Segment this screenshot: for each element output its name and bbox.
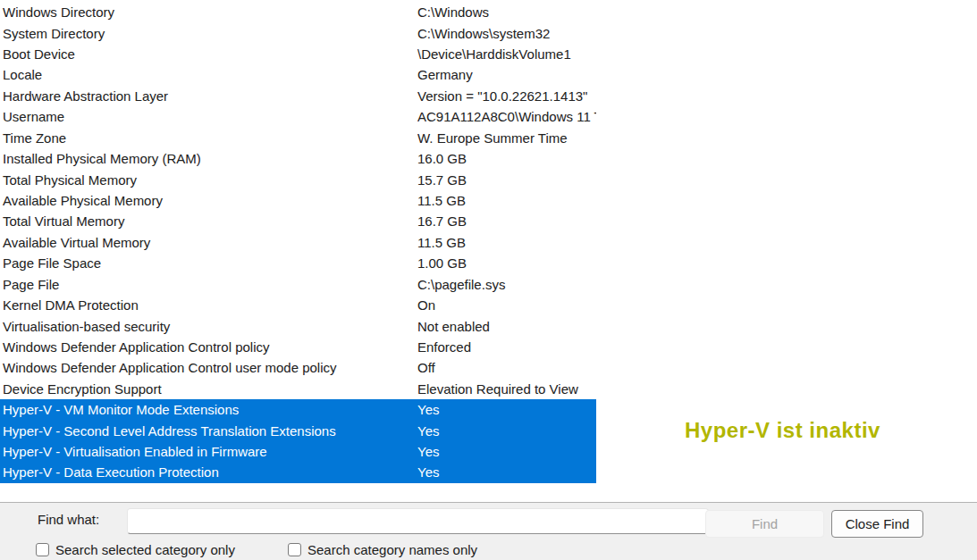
search-selected-category-option[interactable]: Search selected category only: [36, 542, 235, 557]
row-item-value: Elevation Required to View: [417, 381, 596, 397]
table-row[interactable]: Windows Directory C:\Windows: [0, 2, 596, 22]
row-item-value: C:\pagefile.sys: [417, 277, 596, 292]
row-item-label: Windows Defender Application Control use…: [0, 360, 417, 375]
row-item-value: Enforced: [417, 339, 596, 355]
close-find-button[interactable]: Close Find: [831, 510, 923, 538]
table-row[interactable]: Windows Defender Application Control pol…: [0, 337, 596, 357]
search-selected-category-label: Search selected category only: [55, 542, 235, 557]
row-item-label: Installed Physical Memory (RAM): [0, 151, 417, 166]
row-item-value: Yes: [417, 402, 596, 417]
search-category-names-label: Search category names only: [307, 542, 477, 557]
row-item-value: On: [417, 297, 596, 313]
row-item-value: 15.7 GB: [417, 172, 596, 188]
row-item-value: Version = "10.0.22621.1413": [417, 88, 596, 104]
table-row[interactable]: Available Virtual Memory 11.5 GB: [0, 232, 596, 253]
table-row[interactable]: Time Zone W. Europe Summer Time: [0, 128, 596, 148]
table-row[interactable]: Hyper-V - Second Level Address Translati…: [0, 420, 596, 440]
row-item-label: Locale: [0, 67, 417, 82]
row-item-label: Boot Device: [0, 46, 417, 62]
row-item-label: Hardware Abstraction Layer: [0, 88, 417, 104]
table-row[interactable]: Boot Device \Device\HarddiskVolume1: [0, 44, 596, 64]
row-item-label: Hyper-V - Data Execution Protection: [0, 464, 417, 480]
row-item-label: Hyper-V - Virtualisation Enabled in Firm…: [0, 444, 417, 459]
row-item-value: Germany: [417, 67, 596, 82]
row-item-value: Yes: [417, 423, 596, 439]
table-row[interactable]: Kernel DMA Protection On: [0, 295, 596, 315]
find-bar: Find what: Find Close Find Search select…: [0, 502, 977, 560]
table-row[interactable]: Virtualisation-based security Not enable…: [0, 315, 596, 336]
table-row[interactable]: Hyper-V - VM Monitor Mode Extensions Yes: [0, 399, 596, 420]
table-row[interactable]: Total Virtual Memory 16.7 GB: [0, 211, 596, 231]
row-item-label: Total Virtual Memory: [0, 213, 417, 229]
row-item-label: Page File Space: [0, 255, 417, 271]
row-item-value: Off: [417, 360, 596, 375]
row-item-value: Not enabled: [417, 319, 596, 334]
row-item-label: Hyper-V - Second Level Address Translati…: [0, 423, 417, 439]
search-selected-category-checkbox[interactable]: [36, 543, 49, 556]
msinfo-content-pane: Windows Directory C:\Windows System Dire…: [0, 0, 977, 560]
table-row[interactable]: Locale Germany: [0, 64, 596, 85]
row-item-value: W. Europe Summer Time: [417, 130, 596, 146]
row-item-value: Yes: [417, 444, 596, 459]
row-item-value: 11.5 GB: [417, 193, 596, 208]
table-row[interactable]: Total Physical Memory 15.7 GB: [0, 169, 596, 189]
row-item-label: Device Encryption Support: [0, 381, 417, 397]
row-item-value: AC91A112A8C0\Windows 11 Test: [417, 109, 596, 124]
row-item-label: Page File: [0, 277, 417, 292]
row-item-value: 11.5 GB: [417, 235, 596, 250]
row-item-label: Virtualisation-based security: [0, 319, 417, 334]
row-item-label: Windows Directory: [0, 4, 417, 20]
table-row[interactable]: Hardware Abstraction Layer Version = "10…: [0, 86, 596, 106]
row-item-label: Available Physical Memory: [0, 193, 417, 208]
table-row[interactable]: Available Physical Memory 11.5 GB: [0, 190, 596, 211]
search-category-names-checkbox[interactable]: [288, 543, 301, 556]
hyperv-annotation: Hyper-V ist inaktiv: [685, 418, 880, 443]
find-input[interactable]: [127, 508, 709, 534]
row-item-value: C:\Windows\system32: [417, 26, 596, 41]
row-item-value: C:\Windows: [417, 4, 596, 20]
row-item-label: Username: [0, 109, 417, 124]
row-item-label: Time Zone: [0, 130, 417, 146]
row-item-value: Yes: [417, 464, 596, 480]
row-item-label: System Directory: [0, 26, 417, 41]
table-row[interactable]: Windows Defender Application Control use…: [0, 357, 596, 378]
search-category-names-option[interactable]: Search category names only: [288, 542, 477, 557]
row-item-label: Available Virtual Memory: [0, 235, 417, 250]
find-what-label: Find what:: [38, 512, 99, 527]
row-item-label: Hyper-V - VM Monitor Mode Extensions: [0, 402, 417, 417]
row-item-value: 1.00 GB: [417, 255, 596, 271]
table-row[interactable]: Page File Space 1.00 GB: [0, 253, 596, 273]
row-item-label: Windows Defender Application Control pol…: [0, 339, 417, 355]
table-row[interactable]: System Directory C:\Windows\system32: [0, 22, 596, 43]
table-row[interactable]: Hyper-V - Virtualisation Enabled in Firm…: [0, 441, 596, 462]
find-button[interactable]: Find: [705, 510, 824, 538]
table-row[interactable]: Username AC91A112A8C0\Windows 11 Test: [0, 106, 596, 127]
row-item-value: 16.7 GB: [417, 213, 596, 229]
row-item-value: \Device\HarddiskVolume1: [417, 46, 596, 62]
row-item-label: Kernel DMA Protection: [0, 297, 417, 313]
system-info-list: Windows Directory C:\Windows System Dire…: [0, 2, 596, 483]
row-item-label: Total Physical Memory: [0, 172, 417, 188]
row-item-value: 16.0 GB: [417, 151, 596, 166]
table-row[interactable]: Device Encryption Support Elevation Requ…: [0, 379, 596, 399]
table-row[interactable]: Page File C:\pagefile.sys: [0, 273, 596, 294]
table-row[interactable]: Installed Physical Memory (RAM) 16.0 GB: [0, 148, 596, 169]
table-row[interactable]: Hyper-V - Data Execution Protection Yes: [0, 462, 596, 482]
